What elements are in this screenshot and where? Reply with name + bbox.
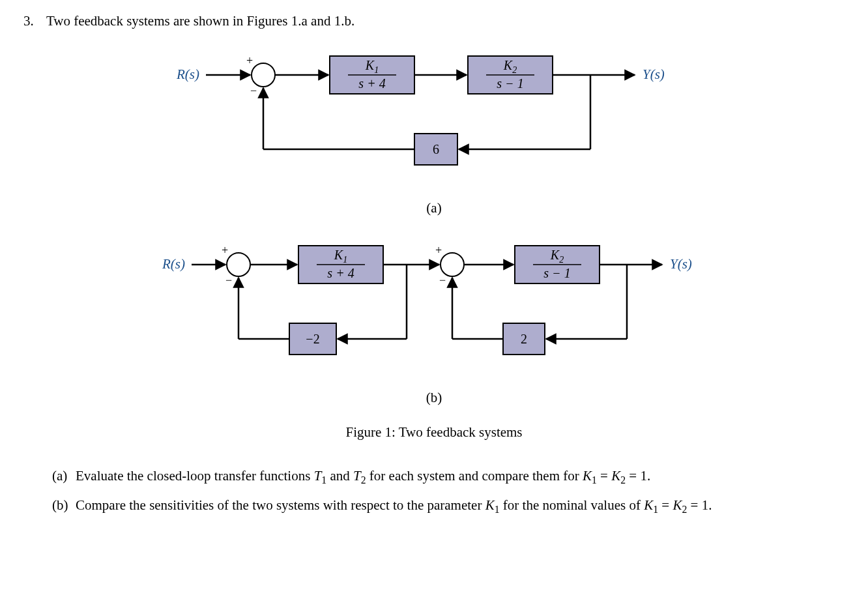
- text: for the nominal values of: [500, 497, 644, 513]
- problem-statement: 3. Two feedback systems are shown in Fig…: [23, 13, 845, 29]
- question-parts: (a) Evaluate the closed-loop transfer fu…: [52, 467, 832, 517]
- sub: 1: [495, 504, 500, 516]
- plus-sign: +: [246, 54, 253, 67]
- sub: 2: [620, 474, 626, 486]
- var-K2: K: [611, 468, 620, 484]
- var-K1: K: [485, 497, 495, 513]
- part-a-label: (a): [52, 467, 76, 487]
- part-b: (b) Compare the sensitivities of the two…: [52, 496, 832, 516]
- figure-b: R(s) + − K1 s + 4 −2 + − K2 s − 1 Y(s) 2…: [23, 235, 845, 406]
- minus-sign: −: [225, 274, 232, 287]
- output-label: Y(s): [643, 66, 665, 82]
- var-K1: K: [644, 497, 653, 513]
- block-g2-den: s − 1: [543, 266, 570, 280]
- problem-number: 3.: [23, 13, 43, 29]
- part-b-text: Compare the sensitivities of the two sys…: [76, 496, 832, 516]
- sub: 2: [361, 474, 366, 486]
- block-feedback-val: 6: [433, 142, 439, 156]
- block-g1-den: s + 4: [358, 76, 385, 91]
- part-a-text: Evaluate the closed-loop transfer functi…: [76, 467, 832, 487]
- block-feedback-2-val: 2: [521, 332, 527, 346]
- sub: 1: [592, 474, 597, 486]
- figure-caption: Figure 1: Two feedback systems: [23, 424, 845, 441]
- block-feedback-1-val: −2: [306, 332, 319, 346]
- text: =: [658, 497, 673, 513]
- plus-sign: +: [435, 244, 442, 257]
- part-b-label: (b): [52, 496, 76, 516]
- block-diagram-a: R(s) + − K1 s + 4 K2 s − 1 Y(s) 6: [173, 45, 695, 195]
- text: and: [326, 468, 353, 484]
- text: Evaluate the closed-loop transfer functi…: [76, 468, 314, 484]
- text: = 1.: [626, 468, 650, 484]
- sub: 1: [321, 474, 326, 486]
- block-diagram-b: R(s) + − K1 s + 4 −2 + − K2 s − 1 Y(s) 2: [160, 235, 708, 385]
- summing-junction-2: [441, 253, 464, 276]
- minus-sign: −: [439, 274, 446, 287]
- part-a: (a) Evaluate the closed-loop transfer fu…: [52, 467, 832, 487]
- sub: 1: [653, 504, 658, 516]
- summing-junction-1: [227, 253, 250, 276]
- text: Compare the sensitivities of the two sys…: [76, 497, 485, 513]
- problem-text: Two feedback systems are shown in Figure…: [46, 13, 354, 29]
- text: =: [597, 468, 611, 484]
- summing-junction: [252, 63, 275, 87]
- var-T1: T: [314, 468, 322, 484]
- block-g2-den: s − 1: [497, 76, 523, 91]
- text: = 1.: [687, 497, 712, 513]
- figure-a-label: (a): [23, 200, 845, 216]
- figure-a: R(s) + − K1 s + 4 K2 s − 1 Y(s) 6 (a): [23, 45, 845, 216]
- minus-sign: −: [250, 84, 257, 97]
- input-label: R(s): [162, 256, 185, 272]
- text: for each system and compare them for: [366, 468, 583, 484]
- figure-b-label: (b): [23, 390, 845, 406]
- block-g1-den: s + 4: [327, 266, 354, 280]
- var-K1: K: [583, 468, 592, 484]
- plus-sign: +: [222, 244, 228, 257]
- output-label: Y(s): [670, 256, 692, 272]
- input-label: R(s): [176, 66, 199, 82]
- var-K2: K: [673, 497, 682, 513]
- var-T2: T: [353, 468, 361, 484]
